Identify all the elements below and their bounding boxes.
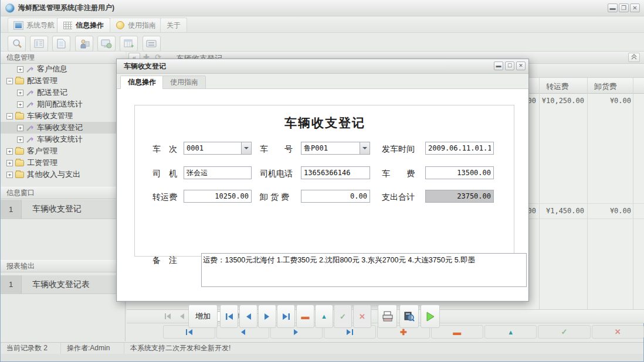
expand-icon[interactable]: + — [17, 101, 23, 108]
svg-text:+: + — [131, 43, 134, 49]
expand-icon[interactable]: + — [6, 160, 13, 166]
tab-info-operation[interactable]: 信息操作 — [57, 18, 110, 32]
collapse-panel-icon[interactable] — [628, 53, 640, 62]
tree-item-delivery-management[interactable]: − 配送管理 — [1, 75, 126, 87]
next-record-button[interactable] — [258, 305, 276, 328]
delete-record-button[interactable]: ▬ — [296, 305, 314, 328]
status-strip — [1, 354, 643, 361]
form-button[interactable] — [30, 36, 48, 52]
dialog-maximize-icon[interactable]: ☐ — [505, 62, 514, 70]
search-icon — [12, 39, 22, 49]
restore-icon[interactable]: ❐ — [619, 4, 629, 12]
vehicle-no-label: 车 号 — [260, 144, 293, 155]
transfer-fee-input[interactable] — [184, 190, 252, 203]
report-output-list-item[interactable]: 1 车辆收支登记表 — [1, 275, 126, 294]
tree-item-vehicle-finance-management[interactable]: − 车辆收支管理 — [1, 110, 126, 122]
tree-item-customer-management[interactable]: + 客户管理 — [1, 145, 126, 157]
tab-system-nav[interactable]: 系统导航 — [8, 18, 61, 32]
tree-item-other-income-expense[interactable]: + 其他收入与支出 — [1, 169, 126, 180]
sidebar-header-info-window: 信息窗口 — [1, 187, 126, 199]
driver-phone-label: 司机电话 — [260, 169, 293, 179]
add-button[interactable]: 增加 — [188, 305, 218, 328]
print-button[interactable] — [378, 305, 397, 328]
tab-about[interactable]: 关于 — [160, 18, 187, 32]
prev-icon — [245, 313, 252, 320]
status-message: 本系统支持二次开发和全新开发! — [124, 343, 236, 354]
dialog-body: 车辆收支登记 车 次 0001 车 号 鲁P001 发车时间 司 机 司机电话 — [117, 89, 528, 300]
tree-item-period-delivery-stats[interactable]: + 期间配送统计 — [1, 98, 126, 110]
chevron-down-icon[interactable] — [241, 142, 251, 154]
user-button[interactable] — [75, 36, 93, 52]
list-item-label: 车辆收支登记表 — [22, 275, 126, 293]
folder-icon — [15, 113, 24, 119]
execute-button[interactable] — [421, 305, 440, 328]
prev-record-button[interactable] — [239, 305, 257, 328]
expand-icon[interactable]: + — [6, 148, 13, 155]
next-icon — [263, 313, 271, 320]
archive-button[interactable] — [143, 36, 161, 52]
search-button[interactable] — [8, 36, 26, 52]
cancel-record-button[interactable]: ✕ — [353, 305, 371, 328]
tree-item-vehicle-finance-stats[interactable]: + 车辆收支统计 — [1, 134, 126, 145]
monitor-globe-button[interactable] — [97, 36, 116, 52]
remark-label: 备 注 — [152, 255, 177, 266]
collapse-icon[interactable]: − — [6, 78, 13, 84]
expand-icon[interactable]: + — [17, 66, 23, 73]
driver-input[interactable] — [184, 166, 252, 179]
post-record-button[interactable]: ✓ — [538, 325, 590, 339]
remark-textarea[interactable]: 运费：13500元北海付 1.工费350元 2.沈阳800元 3.东兴2700元… — [201, 253, 527, 287]
dialog-close-icon[interactable]: ✕ — [516, 62, 526, 70]
edit-record-button[interactable]: ▲ — [315, 305, 333, 328]
application-window: 海鲜配送管理系统(非注册用户) ▬ ❐ ✕ 系统导航 信息操作 使用指南 关于 — [0, 0, 644, 362]
tool-icon — [26, 89, 34, 97]
vehicle-no-select[interactable]: 鲁P001 — [301, 142, 370, 155]
print-preview-button[interactable] — [399, 305, 419, 328]
expand-icon[interactable]: + — [17, 136, 23, 143]
first-page-icon[interactable] — [161, 310, 174, 322]
triangle-up-icon: ▲ — [321, 313, 327, 320]
column-header-transfer-fee[interactable]: 转运费 — [546, 81, 569, 92]
tab-user-guide[interactable]: 使用指南 — [110, 18, 162, 32]
operator-status: 操作者:Admin — [61, 343, 124, 354]
folder-icon — [15, 148, 24, 155]
document-button[interactable] — [52, 36, 70, 52]
chevron-down-icon[interactable] — [360, 142, 370, 154]
sidebar: 信息管理 + 客户信息 − 配送管理 + 配送登记 + 期间配送统计 — [1, 52, 126, 341]
first-record-button[interactable] — [220, 305, 238, 328]
table-add-button[interactable]: + — [120, 36, 138, 52]
driver-phone-input[interactable] — [301, 166, 370, 179]
dialog-window-controls: ▬ ☐ ✕ — [492, 62, 526, 70]
edit-record-button[interactable]: ▲ — [484, 325, 537, 339]
dialog-minimize-icon[interactable]: ▬ — [494, 62, 503, 70]
sidebar-header-info-management: 信息管理 — [1, 52, 126, 64]
dialog-tab-user-guide[interactable]: 使用指南 — [162, 76, 206, 89]
expand-icon[interactable]: + — [17, 125, 23, 131]
list-item-number: 1 — [1, 275, 22, 293]
prev-page-icon[interactable] — [175, 310, 188, 322]
expand-icon[interactable]: + — [17, 90, 23, 96]
trip-no-select[interactable]: 0001 — [184, 142, 252, 155]
close-icon[interactable]: ✕ — [630, 4, 640, 12]
navigation-tree: + 客户信息 − 配送管理 + 配送登记 + 期间配送统计 − — [1, 63, 126, 180]
tree-item-salary-management[interactable]: + 工资管理 — [1, 157, 126, 169]
vehicle-fee-label: 车 费 — [382, 169, 415, 179]
window-controls: ▬ ❐ ✕ — [606, 4, 640, 12]
vehicle-fee-input[interactable] — [425, 166, 494, 179]
cancel-record-button[interactable]: ✕ — [592, 325, 644, 339]
tree-item-customer-info[interactable]: + 客户信息 — [1, 63, 126, 75]
minimize-icon[interactable]: ▬ — [608, 4, 618, 12]
info-window-list-item[interactable]: 1 车辆收支登记 — [1, 200, 126, 219]
tree-item-vehicle-finance-register[interactable]: + 车辆收支登记 — [1, 122, 126, 134]
depart-time-input[interactable] — [425, 142, 494, 155]
expand-icon[interactable]: + — [6, 172, 13, 178]
collapse-icon[interactable]: − — [6, 113, 13, 119]
dialog-tab-info-operation[interactable]: 信息操作 — [120, 76, 164, 89]
dialog-titlebar[interactable]: 车辆收支登记 — [117, 59, 528, 74]
unload-fee-input[interactable] — [301, 190, 370, 203]
folder-icon — [15, 78, 24, 84]
post-record-button[interactable]: ✓ — [334, 305, 352, 328]
total-expense-input — [425, 190, 494, 203]
last-record-button[interactable] — [277, 305, 295, 328]
column-header-unload-fee[interactable]: 卸货费 — [594, 81, 617, 92]
tree-item-delivery-register[interactable]: + 配送登记 — [1, 87, 126, 98]
